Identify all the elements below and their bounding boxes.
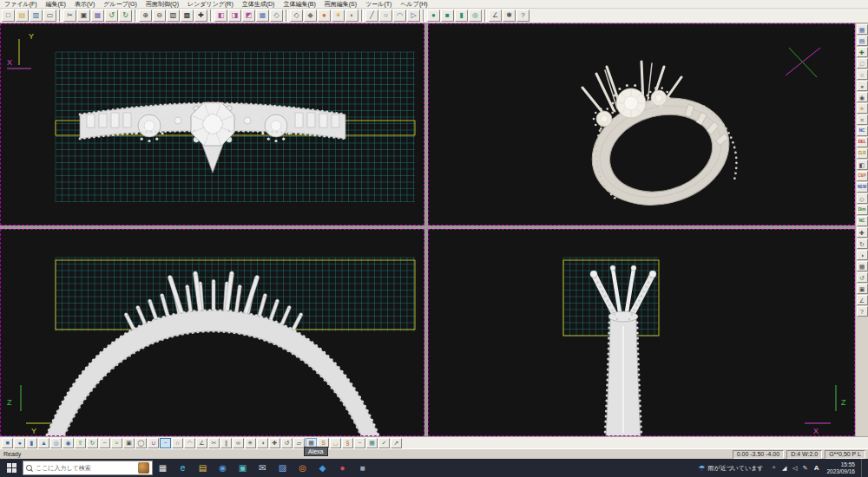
nc-icon[interactable]: NC (857, 126, 868, 136)
circle-icon[interactable]: ○ (379, 10, 392, 22)
snap-icon[interactable]: ▦ (857, 24, 868, 35)
shaded-icon[interactable]: ◆ (304, 10, 317, 22)
view-quad-icon[interactable]: ▦ (256, 10, 269, 22)
fillet-icon[interactable]: ◠ (184, 438, 195, 448)
menu-tools[interactable]: ツール(T) (361, 0, 396, 9)
split-icon[interactable]: ∥ (220, 438, 232, 448)
ime-indicator[interactable]: A (812, 464, 821, 472)
settings-icon[interactable]: ✱ (503, 10, 516, 22)
help-icon[interactable]: ? (516, 10, 529, 22)
taskbar-search-input[interactable]: ここに入力して検索 (23, 461, 153, 475)
undo-icon[interactable]: ↺ (857, 272, 868, 283)
menu-edit[interactable]: 編集(E) (42, 0, 70, 9)
render-icon[interactable]: ● (318, 10, 331, 22)
dim-icon[interactable]: Dim (857, 205, 868, 215)
explode-icon[interactable]: ✳ (245, 438, 256, 448)
boolean-intersect-icon[interactable]: ∩ (172, 438, 183, 448)
mask-icon[interactable]: ◧ (857, 160, 868, 170)
menu-view[interactable]: 表示(V) (70, 0, 99, 9)
revolve-icon[interactable]: ↻ (87, 438, 98, 448)
join-icon[interactable]: ∞ (233, 438, 244, 448)
prim-box-icon[interactable]: ■ (2, 438, 13, 448)
view-front-icon[interactable]: ◧ (214, 10, 227, 22)
measure-icon[interactable]: ∠ (489, 10, 502, 22)
view-side-icon[interactable]: ◩ (242, 10, 255, 22)
undo-icon[interactable]: ↺ (105, 10, 118, 22)
arc-icon[interactable]: ◠ (393, 10, 406, 22)
new-icon[interactable]: NEW (857, 182, 868, 193)
lasso-icon[interactable]: ○ (857, 69, 868, 80)
sweep-icon[interactable]: ~ (99, 438, 110, 448)
menu-file[interactable]: ファイル(F) (0, 0, 42, 9)
tray-expand-icon[interactable]: ^ (770, 465, 779, 472)
weather-widget[interactable]: ☂ 雨が近づいています (694, 464, 766, 473)
select-icon[interactable]: □ (857, 58, 868, 69)
show-desktop-button[interactable] (861, 459, 865, 477)
boolean-union-icon[interactable]: ∪ (148, 438, 159, 448)
menu-help[interactable]: ヘルプ(H) (396, 0, 431, 9)
app-explorer-icon[interactable]: ▤ (193, 459, 213, 477)
menu-group[interactable]: グループ(G) (99, 0, 141, 9)
move-icon[interactable]: ✚ (857, 227, 868, 238)
redo-icon[interactable]: ↻ (119, 10, 132, 22)
fit-icon[interactable]: ▣ (857, 284, 868, 294)
loft-icon[interactable]: ≈ (111, 438, 122, 448)
cut-icon[interactable]: ✂ (63, 10, 76, 22)
menu-screen-edit[interactable]: 画面編集(S) (320, 0, 361, 9)
menu-screen-control[interactable]: 画面制御(Q) (141, 0, 183, 9)
zoom-out-icon[interactable]: ⊖ (153, 10, 166, 22)
app-mail-icon[interactable]: ✉ (253, 459, 273, 477)
zoom-fit-icon[interactable]: ▩ (181, 10, 194, 22)
array-icon[interactable]: ▦ (857, 261, 868, 271)
grid-toggle-icon[interactable]: ▤ (857, 36, 868, 46)
prim-sphere-icon[interactable]: ● (14, 438, 25, 448)
pen-icon[interactable]: ✎ (801, 465, 810, 472)
shell-icon[interactable]: ▣ (123, 438, 135, 448)
material-icon[interactable]: ◐ (345, 10, 358, 22)
app-gray-icon[interactable]: ■ (352, 459, 372, 477)
delete-icon[interactable]: DEL (857, 137, 868, 147)
app-vscode-icon[interactable]: ◆ (312, 459, 332, 477)
zoom-in-icon[interactable]: ⊕ (139, 10, 152, 22)
app-photos-icon[interactable]: ▨ (273, 459, 293, 477)
hide-icon[interactable]: ● (857, 81, 868, 91)
search-highlight-icon[interactable] (138, 462, 149, 474)
clock[interactable]: 15:55 2023/09/16 (823, 461, 858, 475)
print-icon[interactable]: ▭ (43, 10, 56, 22)
camera-icon[interactable]: ◉ (857, 92, 868, 102)
paste-icon[interactable]: ▦ (91, 10, 104, 22)
measure-icon[interactable]: ∠ (857, 295, 868, 305)
torus-icon[interactable]: ◎ (469, 10, 482, 22)
sphere-icon[interactable]: ● (427, 10, 440, 22)
wireframe-icon[interactable]: ◇ (290, 10, 303, 22)
axis-icon[interactable]: ✚ (857, 47, 868, 57)
viewport-splitter-horizontal[interactable] (0, 225, 855, 229)
line-icon[interactable]: ╱ (365, 10, 378, 22)
volume-icon[interactable]: ◁ (791, 465, 799, 472)
network-icon[interactable]: ◢ (780, 465, 789, 472)
prim-torus-icon[interactable]: ◎ (50, 438, 62, 448)
rotate-icon[interactable]: ↺ (281, 438, 293, 448)
open-file-icon[interactable]: ▤ (16, 10, 29, 22)
mesh-icon[interactable]: ▦ (366, 438, 378, 448)
cbp-icon[interactable]: CBP (857, 171, 868, 181)
viewport-side[interactable]: Z Y (0, 229, 424, 436)
viewport-splitter-vertical[interactable] (424, 23, 428, 436)
offset-icon[interactable]: ◯ (135, 438, 147, 448)
move-icon[interactable]: ✚ (269, 438, 280, 448)
rotate-icon[interactable]: ↻ (857, 238, 868, 249)
menu-solid-edit[interactable]: 立体編集(B) (279, 0, 319, 9)
task-view-icon[interactable]: ▦ (153, 459, 173, 477)
viewport-perspective[interactable] (428, 23, 855, 225)
menu-rendering[interactable]: レンダリング(R) (183, 0, 238, 9)
start-button[interactable] (0, 459, 23, 477)
pan-icon[interactable]: ✚ (194, 10, 207, 22)
layers-icon[interactable]: ≡ (857, 114, 868, 125)
extrude-icon[interactable]: ⇧ (75, 438, 86, 448)
wire-icon[interactable]: ◇ (857, 193, 868, 204)
cylinder-icon[interactable]: ▮ (455, 10, 468, 22)
mirror-icon[interactable]: ◑ (257, 438, 268, 448)
menu-solid-create[interactable]: 立体生成(D) (238, 0, 279, 9)
trim-icon[interactable]: ✂ (208, 438, 220, 448)
chamfer-icon[interactable]: ∠ (196, 438, 207, 448)
